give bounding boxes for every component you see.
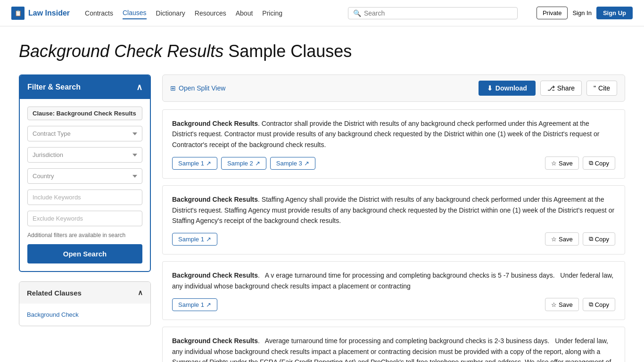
- private-button[interactable]: Private: [537, 7, 568, 19]
- external-link-icon-3: ↗: [304, 160, 309, 167]
- clause-actions-2: ☆ Save ⧉ Copy: [545, 232, 615, 246]
- copy-button-c1[interactable]: ⧉ Copy: [583, 156, 615, 170]
- sample-1-btn-c2[interactable]: Sample 1 ↗: [172, 233, 217, 246]
- clause-text-4: Background Check Results. Average turnar…: [172, 336, 615, 362]
- logo[interactable]: 📋 Law Insider: [11, 7, 70, 20]
- open-search-button[interactable]: Open Search: [27, 244, 142, 263]
- copy-icon-c2: ⧉: [589, 235, 593, 243]
- split-view-icon: ⊞: [170, 84, 176, 92]
- logo-icon: 📋: [11, 7, 25, 20]
- page-title-rest: Sample Clauses: [223, 41, 352, 61]
- clause-card-1: Background Check Results. Contractor sha…: [162, 109, 625, 179]
- page-title-italic: Background Check Results: [19, 41, 223, 61]
- page-title: Background Check Results Sample Clauses: [19, 41, 625, 61]
- nav-link-pricing[interactable]: Pricing: [262, 8, 282, 19]
- filter-box: Filter & Search ∧ Clause: Background Che…: [19, 74, 151, 272]
- clause-bold-4: Background Check Results: [172, 337, 258, 345]
- cite-icon: ": [594, 84, 596, 92]
- save-label-c1: Save: [559, 160, 573, 167]
- save-label-c3: Save: [559, 301, 573, 308]
- nav-link-dictionary[interactable]: Dictionary: [156, 8, 185, 19]
- main-content: ⊞ Open Split View ⬇ Download ⎇ Share " C…: [162, 74, 625, 362]
- clause-card-4: Background Check Results. Average turnar…: [162, 327, 625, 362]
- split-view-button[interactable]: ⊞ Open Split View: [170, 84, 225, 92]
- clause-footer-3: Sample 1 ↗ ☆ Save ⧉ Copy: [172, 298, 615, 311]
- nav-link-clauses[interactable]: Clauses: [123, 7, 147, 19]
- download-button[interactable]: ⬇ Download: [479, 81, 536, 96]
- chevron-up-icon[interactable]: ∧: [136, 82, 142, 92]
- sidebar: Filter & Search ∧ Clause: Background Che…: [19, 74, 151, 362]
- jurisdiction-select[interactable]: Jurisdiction: [27, 147, 142, 163]
- related-clauses-box: Related Clauses ∧ Background Check: [19, 281, 151, 326]
- sample-3-btn-c1[interactable]: Sample 3 ↗: [270, 157, 315, 170]
- page: Background Check Results Sample Clauses …: [0, 26, 644, 362]
- star-icon-c2: ☆: [551, 236, 557, 243]
- save-button-c1[interactable]: ☆ Save: [545, 156, 579, 170]
- copy-button-c2[interactable]: ⧉ Copy: [583, 232, 615, 246]
- related-clauses-header: Related Clauses ∧: [19, 282, 150, 304]
- cite-label: Cite: [598, 84, 610, 92]
- clause-actions-1: ☆ Save ⧉ Copy: [545, 156, 615, 170]
- nav-link-resources[interactable]: Resources: [195, 8, 226, 19]
- clause-text-3: Background Check Results. A v erage turn…: [172, 270, 615, 291]
- filter-header: Filter & Search ∧: [20, 75, 150, 99]
- star-icon-c3: ☆: [551, 301, 557, 308]
- copy-label-c2: Copy: [595, 236, 609, 243]
- sample-1-label-c1: Sample 1: [178, 160, 204, 167]
- sample-2-btn-c1[interactable]: Sample 2 ↗: [221, 157, 266, 170]
- sample-3-label-c1: Sample 3: [276, 160, 302, 167]
- exclude-keywords-input[interactable]: [27, 211, 142, 226]
- download-label: Download: [495, 84, 527, 92]
- related-link-background-check[interactable]: Background Check: [27, 309, 143, 320]
- clause-value: Background Check Results: [57, 110, 136, 117]
- sample-1-btn-c1[interactable]: Sample 1 ↗: [172, 157, 217, 170]
- clause-text-1: Background Check Results. Contractor sha…: [172, 118, 615, 150]
- chevron-up-related-icon: ∧: [138, 288, 143, 297]
- save-button-c3[interactable]: ☆ Save: [545, 298, 579, 311]
- sample-1-btn-c3[interactable]: Sample 1 ↗: [172, 298, 217, 311]
- country-select[interactable]: Country: [27, 168, 142, 184]
- copy-icon: ⧉: [589, 159, 593, 167]
- clause-tag: Clause: Background Check Results: [27, 107, 142, 120]
- save-button-c2[interactable]: ☆ Save: [545, 232, 579, 246]
- navbar: 📋 Law Insider Contracts Clauses Dictiona…: [0, 0, 644, 26]
- clause-bold-3: Background Check Results: [172, 272, 258, 279]
- signin-button[interactable]: Sign In: [572, 9, 591, 16]
- signup-button[interactable]: Sign Up: [596, 7, 633, 19]
- external-link-icon-c3: ↗: [206, 301, 211, 308]
- copy-label-c1: Copy: [595, 160, 609, 167]
- clause-bold-1: Background Check Results: [172, 120, 258, 127]
- filter-body: Clause: Background Check Results Contrac…: [20, 99, 150, 271]
- related-clauses-body: Background Check: [19, 304, 150, 326]
- search-bar[interactable]: 🔍: [348, 7, 518, 19]
- contract-type-select[interactable]: Contract Type: [27, 126, 142, 141]
- nav-actions: Private Sign In Sign Up: [537, 7, 633, 19]
- sample-1-label-c2: Sample 1: [178, 236, 204, 243]
- share-icon: ⎇: [547, 84, 555, 92]
- clause-card-3: Background Check Results. A v erage turn…: [162, 261, 625, 320]
- split-view-label: Open Split View: [179, 84, 225, 92]
- include-keywords-input[interactable]: [27, 189, 142, 205]
- nav-link-about[interactable]: About: [236, 8, 253, 19]
- star-icon: ☆: [551, 160, 557, 167]
- download-icon: ⬇: [487, 84, 493, 92]
- nav-links: Contracts Clauses Dictionary Resources A…: [85, 7, 282, 19]
- filter-note: Additional filters are available in sear…: [27, 232, 142, 239]
- clause-card-2: Background Check Results. Staffing Agenc…: [162, 185, 625, 255]
- share-button[interactable]: ⎇ Share: [540, 81, 582, 96]
- content-layout: Filter & Search ∧ Clause: Background Che…: [19, 74, 625, 362]
- logo-text: Law Insider: [28, 9, 70, 17]
- clause-label: Clause:: [33, 110, 55, 117]
- copy-icon-c3: ⧉: [589, 301, 593, 308]
- clause-footer-2: Sample 1 ↗ ☆ Save ⧉ Copy: [172, 232, 615, 246]
- external-link-icon-2: ↗: [255, 160, 260, 167]
- external-link-icon: ↗: [206, 160, 211, 167]
- clause-text-2: Background Check Results. Staffing Agenc…: [172, 194, 615, 226]
- external-link-icon-c2: ↗: [206, 236, 211, 243]
- sample-1-label-c3: Sample 1: [178, 301, 204, 308]
- search-input[interactable]: [364, 9, 512, 17]
- copy-button-c3[interactable]: ⧉ Copy: [583, 298, 615, 311]
- cite-button[interactable]: " Cite: [586, 81, 617, 96]
- nav-link-contracts[interactable]: Contracts: [85, 8, 113, 19]
- related-clauses-title: Related Clauses: [27, 289, 82, 297]
